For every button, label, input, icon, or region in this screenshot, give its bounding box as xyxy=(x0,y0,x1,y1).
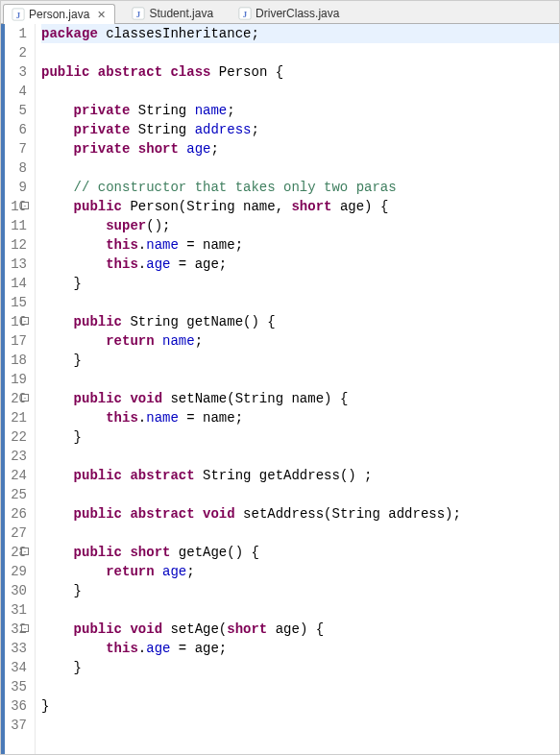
code-line[interactable]: package classesInheritance; xyxy=(41,24,559,43)
code-line[interactable] xyxy=(41,158,559,178)
code-line[interactable]: } xyxy=(41,581,559,600)
line-number: 28- xyxy=(1,543,27,562)
line-number: 18 xyxy=(1,351,27,370)
code-line[interactable] xyxy=(41,370,559,389)
java-file-icon: J xyxy=(238,7,252,20)
code-line[interactable]: } xyxy=(41,274,559,293)
code-line[interactable] xyxy=(41,43,559,62)
code-line[interactable]: this.name = name; xyxy=(41,235,559,255)
code-line[interactable]: return age; xyxy=(41,562,559,581)
line-number: 19 xyxy=(1,370,27,389)
fold-marker-icon[interactable]: - xyxy=(21,548,29,555)
svg-text:J: J xyxy=(243,10,248,19)
line-number: 7 xyxy=(1,139,27,158)
code-line[interactable]: } xyxy=(41,351,559,370)
line-number: 25 xyxy=(1,485,27,504)
line-number: 26 xyxy=(1,504,27,524)
line-number: 9 xyxy=(1,178,27,197)
code-line[interactable] xyxy=(41,677,559,696)
code-line[interactable]: public abstract void setAddress(String a… xyxy=(41,504,559,524)
code-line[interactable]: this.age = age; xyxy=(41,255,559,274)
line-number: 29 xyxy=(1,562,27,581)
line-number: 27 xyxy=(1,524,27,543)
line-number: 12 xyxy=(1,235,27,255)
code-line[interactable]: public void setAge(short age) { xyxy=(41,620,559,639)
code-line[interactable]: this.name = name; xyxy=(41,408,559,427)
code-line[interactable]: public abstract String getAddress() ; xyxy=(41,466,559,485)
line-number: 8 xyxy=(1,158,27,178)
line-number: 23 xyxy=(1,447,27,466)
line-number: 5 xyxy=(1,101,27,120)
java-file-icon: J xyxy=(12,8,25,21)
fold-marker-icon[interactable]: - xyxy=(21,202,29,209)
line-number: 30 xyxy=(1,581,27,600)
fold-marker-icon[interactable]: - xyxy=(21,394,29,402)
tab-label: Student.java xyxy=(149,7,213,20)
line-number: 16- xyxy=(1,312,27,331)
code-line[interactable] xyxy=(41,716,559,735)
java-file-icon: J xyxy=(132,7,145,20)
line-number: 37 xyxy=(1,716,27,735)
line-number: 31 xyxy=(1,600,27,620)
line-number: 24 xyxy=(1,466,27,485)
code-line[interactable] xyxy=(41,293,559,312)
tab-student-java[interactable]: JStudent.java xyxy=(123,3,222,23)
line-number: 20- xyxy=(1,389,27,408)
code-line[interactable]: public void setName(String name) { xyxy=(41,389,559,408)
code-line[interactable]: } xyxy=(41,427,559,447)
code-line[interactable] xyxy=(41,447,559,466)
line-number: 17 xyxy=(1,331,27,351)
line-number: 6 xyxy=(1,120,27,139)
code-line[interactable] xyxy=(41,82,559,101)
svg-text:J: J xyxy=(136,10,141,19)
line-number: 14 xyxy=(1,274,27,293)
line-number: 3 xyxy=(1,62,27,82)
code-line[interactable]: this.age = age; xyxy=(41,639,559,658)
line-gutter: 12345678910-111213141516-17181920-212223… xyxy=(1,24,36,754)
code-line[interactable]: public abstract class Person { xyxy=(41,62,559,82)
code-line[interactable] xyxy=(41,485,559,504)
line-number: 10- xyxy=(1,197,27,216)
line-number: 13 xyxy=(1,255,27,274)
tab-person-java[interactable]: JPerson.java✕ xyxy=(3,4,115,24)
code-line[interactable]: // constructor that takes only two paras xyxy=(41,178,559,197)
fold-marker-icon[interactable]: - xyxy=(21,624,29,632)
code-line[interactable]: } xyxy=(41,696,559,716)
line-number: 11 xyxy=(1,216,27,235)
line-number: 21 xyxy=(1,408,27,427)
line-number: 35 xyxy=(1,677,27,696)
code-line[interactable]: private short age; xyxy=(41,139,559,158)
line-number: 32- xyxy=(1,620,27,639)
line-number: 1 xyxy=(1,24,27,43)
code-line[interactable]: } xyxy=(41,658,559,677)
line-number: 4 xyxy=(1,82,27,101)
code-line[interactable] xyxy=(41,524,559,543)
fold-marker-icon[interactable]: - xyxy=(21,317,29,325)
line-number: 2 xyxy=(1,43,27,62)
close-icon[interactable]: ✕ xyxy=(95,9,107,20)
code-line[interactable]: super(); xyxy=(41,216,559,235)
tab-label: DriverClass.java xyxy=(256,7,339,20)
line-number: 22 xyxy=(1,427,27,447)
code-line[interactable]: private String address; xyxy=(41,120,559,139)
line-number: 36 xyxy=(1,696,27,716)
line-number: 34 xyxy=(1,658,27,677)
code-line[interactable]: public Person(String name, short age) { xyxy=(41,197,559,216)
svg-text:J: J xyxy=(16,11,21,20)
line-number: 15 xyxy=(1,293,27,312)
code-line[interactable] xyxy=(41,600,559,620)
code-area[interactable]: package classesInheritance; public abstr… xyxy=(36,24,559,754)
code-line[interactable]: public short getAge() { xyxy=(41,543,559,562)
tab-driverclass-java[interactable]: JDriverClass.java xyxy=(230,3,348,23)
line-number: 33 xyxy=(1,639,27,658)
tab-label: Person.java xyxy=(29,8,89,21)
code-line[interactable]: private String name; xyxy=(41,101,559,120)
code-editor[interactable]: 12345678910-111213141516-17181920-212223… xyxy=(1,24,559,754)
code-line[interactable]: return name; xyxy=(41,331,559,351)
code-line[interactable]: public String getName() { xyxy=(41,312,559,331)
tab-bar: JPerson.java✕JStudent.javaJDriverClass.j… xyxy=(1,1,559,24)
